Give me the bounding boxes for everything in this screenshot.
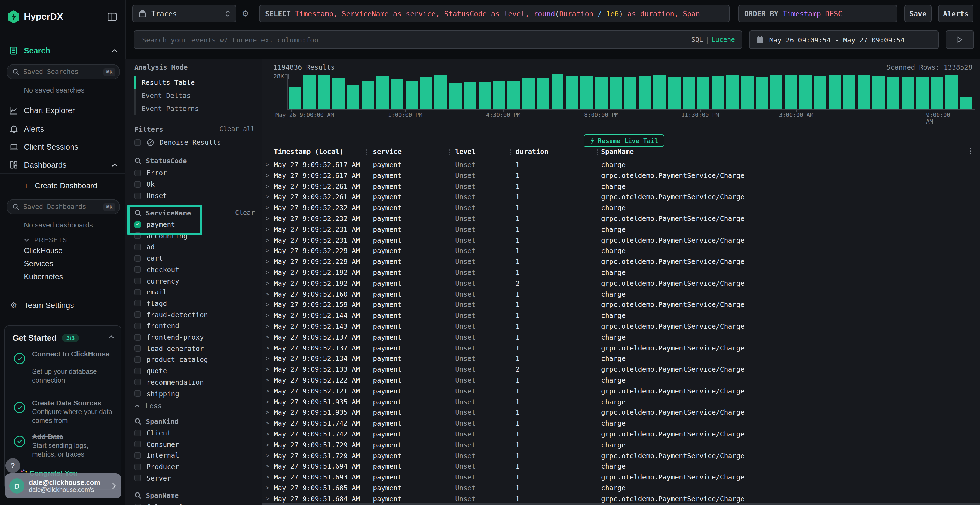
checkbox[interactable] [134,323,141,329]
checkbox[interactable] [134,390,141,397]
filter-item-producer[interactable]: Producer [134,462,179,471]
filter-item-flagd[interactable]: flagd [134,299,167,308]
preset-link-services[interactable]: Services [24,259,53,268]
checkbox[interactable] [134,244,141,250]
checkbox[interactable] [134,266,141,273]
saved-searches-input[interactable] [22,67,103,76]
checkbox[interactable] [134,475,141,481]
create-dashboard-button[interactable]: + Create Dashboard [0,178,125,193]
filter-item-fraud-detection[interactable]: fraud-detection [134,310,208,319]
saved-searches-search[interactable]: ⌘K [6,64,120,79]
table-row[interactable]: >May 27 9:09:52.229 AMpaymentUnset1grpc.… [262,256,980,267]
column-resize-handle[interactable] [597,149,598,155]
analysis-mode-event-deltas[interactable]: Event Deltas [142,91,191,100]
presets-toggle[interactable]: PRESETS [0,233,125,247]
checkbox[interactable] [134,170,141,176]
table-row[interactable]: >May 27 9:09:51.729 AMpaymentUnset1charg… [262,440,980,451]
table-row[interactable]: >May 27 9:09:52.231 AMpaymentUnset1grpc.… [262,235,980,246]
table-row[interactable]: >May 27 9:09:51.935 AMpaymentUnset1charg… [262,397,980,407]
search-icon[interactable] [134,492,142,499]
table-row[interactable]: >May 27 9:09:52.137 AMpaymentUnset1grpc.… [262,343,980,353]
event-search-bar[interactable]: SQL | Lucene [134,30,742,49]
table-row[interactable]: >May 27 9:09:52.229 AMpaymentUnset1charg… [262,246,980,257]
table-row[interactable]: >May 27 9:09:52.617 AMpaymentUnset1charg… [262,159,980,170]
filter-item-cart[interactable]: cart [134,254,163,262]
column-resize-handle[interactable] [449,149,450,155]
lang-toggle-lucene[interactable]: Lucene [711,36,735,43]
clear-filter-button[interactable]: Clear [235,209,255,217]
analysis-mode-results-table[interactable]: Results Table [142,78,195,87]
get-started-step-title[interactable]: Create Data Sources [32,399,113,408]
run-query-button[interactable] [946,30,974,49]
collapse-sidebar-icon[interactable] [107,11,118,22]
table-row[interactable]: >May 27 9:09:52.232 AMpaymentUnset1grpc.… [262,213,980,224]
table-row[interactable]: >May 27 9:09:51.935 AMpaymentUnset1grpc.… [262,407,980,418]
filter-item-email[interactable]: email [134,288,167,296]
filter-item-shipping[interactable]: shipping [134,389,179,397]
preset-link-kubernetes[interactable]: Kubernetes [24,272,63,281]
table-row[interactable]: >May 27 9:09:52.617 AMpaymentUnset1grpc.… [262,170,980,181]
table-row[interactable]: >May 27 9:09:52.192 AMpaymentUnset1charg… [262,267,980,278]
search-icon[interactable] [134,418,142,425]
clear-all-button[interactable]: Clear all [220,125,255,133]
chevron-up-icon[interactable] [108,335,115,339]
checkbox[interactable] [134,464,141,470]
table-row[interactable]: >May 27 9:09:52.160 AMpaymentUnset1charg… [262,289,980,300]
filter-item-unset[interactable]: Unset [134,192,167,200]
sidebar-item-client-sessions[interactable]: Client Sessions [0,140,125,154]
sql-select-editor[interactable]: SELECT Timestamp, ServiceName as service… [259,5,730,22]
horizontal-scrollbar[interactable] [262,503,980,505]
search-icon[interactable] [134,157,142,164]
checkbox[interactable] [134,289,141,295]
sidebar-item-chart-explorer[interactable]: Chart Explorer [0,103,125,118]
filter-item-product-catalog[interactable]: product-catalog [134,356,208,364]
column-resize-handle[interactable] [510,149,511,155]
filter-item-accounting[interactable]: accounting [134,232,188,240]
checkbox[interactable]: ✓ [134,221,141,228]
save-button[interactable]: Save [904,5,932,22]
filter-item-payment[interactable]: ✓payment [134,221,175,229]
table-row[interactable]: >May 27 9:09:52.143 AMpaymentUnset1grpc.… [262,321,980,332]
table-row[interactable]: >May 27 9:09:51.685 AMpaymentUnset1charg… [262,483,980,494]
table-row[interactable]: >May 27 9:09:51.693 AMpaymentUnset1grpc.… [262,472,980,483]
get-started-step-title[interactable]: Add Data [32,433,113,441]
sidebar-item-search[interactable]: Search [0,43,125,58]
filter-item-server[interactable]: Server [134,474,171,482]
checkbox[interactable] [134,345,141,351]
filter-item-frontend[interactable]: frontend [134,322,179,330]
checkbox[interactable] [134,232,141,239]
checkbox[interactable] [134,139,141,146]
filter-item-load-generator[interactable]: load-generator [134,344,204,353]
checkbox[interactable] [134,255,141,262]
table-row[interactable]: >May 27 9:09:52.159 AMpaymentUnset1grpc.… [262,300,980,310]
results-histogram[interactable] [288,74,975,110]
column-header-service[interactable]: service [373,148,401,156]
column-header-spanname[interactable]: SpanName [601,148,634,156]
filter-item-client[interactable]: Client [134,429,171,437]
table-row[interactable]: >May 27 9:09:52.144 AMpaymentUnset1charg… [262,310,980,321]
checkbox[interactable] [134,441,141,447]
resume-live-tail-button[interactable]: Resume Live Tail [584,134,664,147]
event-search-input[interactable] [141,35,691,44]
filter-item--closure-[interactable]: {closure} [134,503,183,505]
source-select[interactable]: Traces [132,5,236,22]
column-resize-handle[interactable] [366,149,368,155]
filter-item-consumer[interactable]: Consumer [134,440,179,448]
sidebar-item-dashboards[interactable]: Dashboards [0,158,125,172]
table-row[interactable]: >May 27 9:09:51.742 AMpaymentUnset1grpc.… [262,429,980,440]
table-row[interactable]: >May 27 9:09:52.261 AMpaymentUnset1charg… [262,181,980,192]
checkbox[interactable] [134,356,141,363]
order-by-editor[interactable]: ORDER BY Timestamp DESC [738,5,897,22]
column-header-level[interactable]: level [455,148,476,156]
checkbox[interactable] [134,300,141,306]
column-header-duration[interactable]: duration [515,148,548,156]
preset-link-clickhouse[interactable]: ClickHouse [24,246,63,255]
table-row[interactable]: >May 27 9:09:52.232 AMpaymentUnset1charg… [262,202,980,213]
table-row[interactable]: >May 27 9:09:52.231 AMpaymentUnset1charg… [262,224,980,235]
get-started-step-title[interactable]: Connect to ClickHouse [32,350,113,359]
checkbox[interactable] [134,278,141,284]
table-row[interactable]: >May 27 9:09:52.121 AMpaymentUnset1grpc.… [262,386,980,397]
table-row[interactable]: >May 27 9:09:52.137 AMpaymentUnset1charg… [262,332,980,343]
table-row[interactable]: >May 27 9:09:52.134 AMpaymentUnset1charg… [262,353,980,364]
table-row[interactable]: >May 27 9:09:52.133 AMpaymentUnset2grpc.… [262,364,980,375]
